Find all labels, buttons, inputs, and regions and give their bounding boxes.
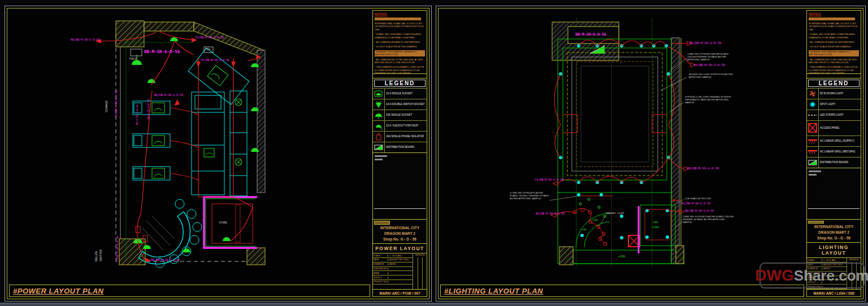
notes-title: NOTES: [375, 12, 425, 16]
field-value: 1 : 50 @ (A3) [822, 259, 835, 261]
revision-area [807, 168, 861, 220]
cove-rect-5 [581, 66, 649, 162]
column-bottom-left [559, 247, 573, 265]
legend-label: 15A SINGLE SOCKET [385, 113, 412, 117]
distribution-board-icon [807, 158, 819, 168]
distribution-board-icon [373, 142, 385, 152]
legend-row: 50 W DOWN LIGHT [807, 88, 861, 99]
project-line: INTERNATIONAL CITY [373, 225, 427, 231]
socket-13a-single-icon [373, 89, 385, 99]
facp-label: FACP [129, 57, 137, 60]
note-line: INTERNATIONAL DUBAI UAE. DO NOT COPY OR … [375, 22, 425, 31]
field-label: PROJECT NO. [373, 281, 388, 283]
project-name: INTERNATIONAL CITY DRAGON MART 2 Shop No… [373, 225, 427, 243]
circuit-label-r6-top: R6/DB-M-SH-G-D-56 [71, 38, 99, 41]
legend-title: LEGEND [808, 80, 860, 87]
legend-label: 50 W DOWN LIGHT [819, 92, 843, 95]
sidebar-divider [807, 74, 861, 78]
revision-column: REVISION [413, 253, 427, 289]
legend-section: LEGEND 13 A SINGLE SOCKET 13 A DOUBLE SW… [373, 78, 427, 153]
stools [155, 199, 202, 268]
revision-line [374, 208, 426, 209]
ac-grill-supply-icon [807, 136, 819, 146]
signage-label: SIGNAGE [105, 100, 108, 112]
legend-label: 16A SINGLE PHASE ISOLATOR [385, 135, 424, 138]
drawing-title: POWER LAYOUT [373, 243, 427, 253]
circuit-label-db-main: DB-M-SH-G-D-56 [144, 49, 180, 54]
annotation-cove-light: GYPSUM COVE LIGHT FINISHED IN WHITE FENO… [685, 95, 735, 104]
legend-row: 13 A DOUBLE SWITCH SOCKET [373, 99, 427, 110]
store-level-label: +180 [652, 221, 658, 224]
note-line: * PLANS, SECTIONS AND OTHER RELATED DRAW… [375, 33, 425, 39]
annotation-gypsum-left: 12 MM THK GYPSUM PLASTER BOARD CEILING. … [510, 191, 550, 200]
legend-label: AC LINEAR GRILL (RETURN) [819, 150, 855, 154]
site-boundary [116, 34, 263, 261]
revision-stub [809, 171, 821, 172]
watermark-dwg: DWG [755, 266, 793, 285]
power-plan-drawing [5, 6, 431, 301]
store-room [212, 204, 253, 243]
legend-row: 13 A SINGLE SOCKET [373, 88, 427, 99]
shutter-label: SHUTTER [99, 250, 102, 261]
access-panel-icon [807, 121, 819, 135]
note-line: * DO NOT SCALE FROM THE DRAWING. [375, 45, 425, 48]
circuit-label-b2: B2/DB-M-SH-G-D-56 [536, 212, 565, 215]
circuit-label-b6: B6/DB-M-SH-G-D-56 [154, 93, 183, 97]
circuit-label-b1: B1/DB-M-SH-G-D-56 [682, 202, 710, 205]
legend-row: ACCESS PANEL [807, 120, 861, 135]
circuit-label-y1: Y1/DB-M-SH-G-D-56 [535, 178, 563, 181]
drawing-title: LIGHTING LAYOUT [807, 242, 861, 258]
note-line: * ALL DIMENSIONS TO BE CHECKED AT SITE B… [375, 58, 425, 64]
led-strip-icon [807, 110, 819, 120]
circuit-label-y6: Y6-DB-M-SH-G-D-56 [201, 58, 229, 62]
socket-13a-double-switch-icon [373, 99, 385, 110]
chair-sockets [152, 103, 164, 178]
note-line: * DO NOT SCALE FROM THE DRAWING. [809, 45, 859, 48]
note-line: * ALL DIMENSIONS ARE IN CENTIMETERS. [809, 41, 859, 43]
annotation-gypsum-b4: 12MM THK GYPSUM PLASTER BOARD CEILING FI… [683, 215, 735, 224]
fcu-label: FCU [205, 47, 210, 51]
level-label-320: +320 [618, 255, 625, 258]
circuit-label-y5: Y5/DB-M-SH-G-D-56 [195, 36, 224, 39]
lighting-layout-sheet: DB-M-SH-G-D-56 R1/DB-M-SH-G-D-56 12MM TH… [436, 6, 866, 301]
project-line: INTERNATIONAL CITY [807, 224, 861, 230]
pendant-lights [573, 208, 607, 246]
title-table: SCALE1 : 50 @ (A3) DATEAUGUST 7TH / 2014… [373, 253, 427, 289]
circuit-label-riser-a: DB-M-SH-G-D-56 [136, 105, 138, 125]
annotation-gypsum-right: 12MM THK GYPSUM PLASTER BOARD CEILING FI… [687, 53, 736, 62]
desk-hatch [142, 216, 175, 250]
revision-area [373, 153, 427, 220]
cove-rect-4 [576, 62, 653, 167]
field-label: CHECKED BY [373, 268, 388, 270]
pendant-light-label: PENDANT LIGHT [606, 212, 624, 215]
note-line: * PLANS, SECTIONS AND OTHER RELATED DRAW… [809, 33, 859, 39]
notes-highlight-bar [375, 18, 421, 20]
wall-right [257, 50, 265, 193]
lighting-sheet-sidebar: NOTES: INTERNATIONAL DUBAI UAE. DO NOT C… [806, 10, 861, 297]
revision-header: REVISION [847, 258, 861, 261]
notes-section: NOTES: INTERNATIONAL DUBAI UAE. DO NOT C… [373, 11, 427, 74]
power-sheet-sidebar: NOTES: INTERNATIONAL DUBAI UAE. DO NOT C… [372, 10, 427, 297]
facp-box [131, 49, 142, 56]
legend-label: SPOT LIGHT [819, 103, 835, 106]
plan-title-strip: #POWER LAYOUT PLAN [9, 285, 370, 297]
legend-row: 15A SINGLE SOCKET [373, 110, 427, 120]
circuit-label-b4: B4/DB-M-SH-G-D-56 [685, 209, 714, 212]
legend-row: AC LINEAR GRILL (RETURN) [807, 146, 861, 157]
cove-rect-2 [567, 53, 662, 176]
revision-stub [375, 159, 383, 160]
window-bottom-edge [0, 303, 868, 306]
legend-label: DISTRIBUTION BOARD [385, 146, 414, 149]
notes-section: NOTES: INTERNATIONAL DUBAI UAE. DO NOT C… [807, 11, 861, 74]
power-layout-sheet: R6/DB-M-SH-G-D-56 DB-M-SH-G-D-56 Y5/DB-M… [5, 6, 432, 301]
annotation-shadow-groove: 2CM SHADOW GROOVE [685, 197, 724, 200]
legend-label: 13 A. FLEXOUT FOR FACP [385, 124, 418, 128]
circuit-label-b3: B3/DB-M-SH-G-D-56 [687, 167, 719, 170]
flexout-facp-icon [373, 121, 385, 131]
sidebar-divider [373, 74, 427, 78]
entry-band [573, 250, 684, 264]
roller-label: ROLLER [94, 251, 98, 261]
display-table [188, 48, 249, 104]
field-value: AUGUST 7TH / 2014 [388, 259, 409, 261]
ac-grill-return-icon [807, 147, 819, 157]
